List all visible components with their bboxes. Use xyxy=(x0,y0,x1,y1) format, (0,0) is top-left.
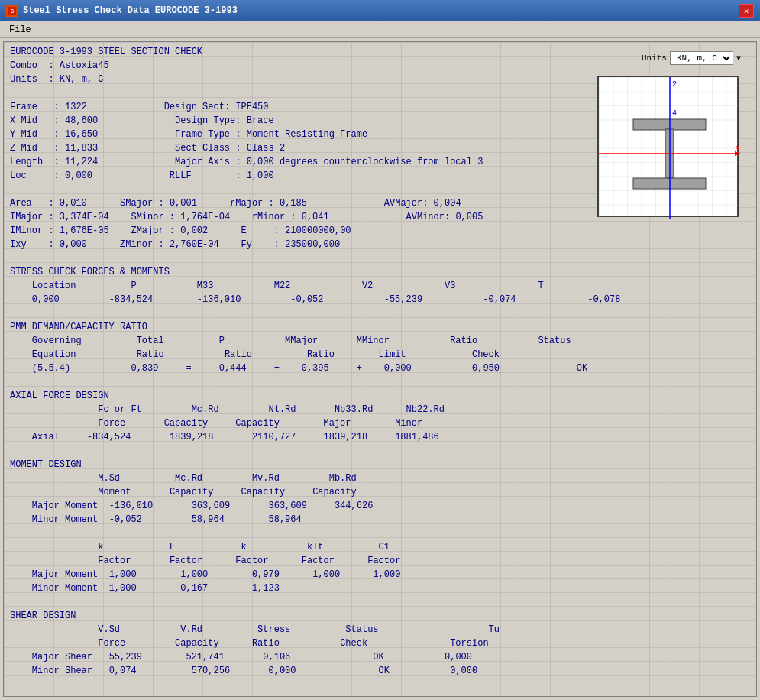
svg-text:3: 3 xyxy=(735,145,739,154)
close-button[interactable]: ✕ xyxy=(739,4,754,18)
pmm-section-title: PMM DEMAND/CAPACITY RATIO xyxy=(10,322,147,332)
units-line: Units : KN, m, C xyxy=(10,74,103,85)
window-title: Steel Stress Check Data EUROCODE 3-1993 xyxy=(23,5,734,16)
menu-file[interactable]: File xyxy=(3,23,37,37)
pmm-col-headers1: Governing Total P MMajor MMinor Ratio St… xyxy=(21,335,571,346)
moment-section-title: MOMENT DESIGN xyxy=(10,459,82,470)
frame-line: Frame : 1322 Design Sect: IPE450 xyxy=(10,102,269,112)
content-area: Units KN, m, C ▼ xyxy=(10,45,750,693)
ixy-line: Ixy : 0,000 ZMinor : 2,760E-04 Fy : 2350… xyxy=(10,239,340,250)
stress-data-row: 0,000 -834,524 -136,010 -0,052 -55,239 -… xyxy=(21,294,620,305)
major-moment-row: Major Moment -136,010 363,609 363,609 34… xyxy=(21,501,373,511)
axial-section-title: AXIAL FORCE DESIGN xyxy=(10,391,109,401)
pmm-data-row: (5.5.4) 0,839 = 0,444 + 0,395 + 0,000 0,… xyxy=(21,363,587,374)
units-control: Units KN, m, C ▼ xyxy=(642,51,741,65)
xmid-line: X Mid : 48,600 Design Type: Brace xyxy=(10,115,274,126)
moment-col-headers1: M.Sd Mc.Rd Mv.Rd Mb.Rd xyxy=(21,473,356,484)
loc-line: Loc : 0,000 RLLF : 1,000 xyxy=(10,170,274,181)
axial-data-row: Axial -834,524 1839,218 2110,727 1839,21… xyxy=(21,432,438,442)
eurocode-title: EUROCODE 3-1993 STEEL SECTION CHECK xyxy=(10,47,202,57)
major-factor-row: Major Moment 1,000 1,000 0,979 1,000 1,0… xyxy=(21,569,400,580)
units-label: Units xyxy=(642,53,667,63)
units-dropdown-icon[interactable]: ▼ xyxy=(736,54,741,63)
minor-shear-row: Minor Shear 0,074 570,256 0,000 OK 0,000 xyxy=(21,666,477,676)
stress-col-headers: Location P M33 M22 V2 V3 T xyxy=(21,280,543,291)
svg-text:4: 4 xyxy=(672,109,677,118)
data-panel: Units KN, m, C ▼ xyxy=(3,41,757,697)
app-icon: S xyxy=(6,5,18,17)
svg-text:2: 2 xyxy=(672,80,677,89)
length-line: Length : 11,224 Major Axis : 0,000 degre… xyxy=(10,157,483,167)
shear-col-headers1: V.Sd V.Rd Stress Status Tu xyxy=(21,624,500,635)
axial-col-headers2: Force Capacity Capacity Major Minor xyxy=(21,418,422,429)
moment-factor-headers2: Factor Factor Factor Factor Factor xyxy=(21,556,400,566)
main-content: Units KN, m, C ▼ xyxy=(0,38,760,700)
minor-factor-row: Minor Moment 1,000 0,167 1,123 xyxy=(21,583,280,594)
shear-section-title: SHEAR DESIGN xyxy=(10,611,76,621)
ymid-line: Y Mid : 16,650 Frame Type : Moment Resis… xyxy=(10,129,367,140)
iminor-line: IMinor : 1,676E-05 ZMajor : 0,002 E : 21… xyxy=(10,225,351,236)
shear-col-headers2: Force Capacity Ratio Check Torsion xyxy=(21,638,488,649)
menu-bar: File xyxy=(0,21,760,38)
zmid-line: Z Mid : 11,833 Sect Class : Class 2 xyxy=(10,143,285,154)
combo-line: Combo : Astoxia45 xyxy=(10,60,109,71)
major-shear-row: Major Shear 55,239 521,741 0,106 OK 0,00… xyxy=(21,652,472,663)
moment-factor-headers1: k L k klt C1 xyxy=(21,542,390,553)
pmm-col-headers2: Equation Ratio Ratio Ratio Limit Check xyxy=(21,349,500,360)
imajor-line: IMajor : 3,374E-04 SMinor : 1,764E-04 rM… xyxy=(10,212,483,222)
minor-moment-row: Minor Moment -0,052 58,964 58,964 xyxy=(21,514,301,525)
units-select[interactable]: KN, m, C xyxy=(670,51,733,65)
title-bar: S Steel Stress Check Data EUROCODE 3-199… xyxy=(0,0,760,21)
area-line: Area : 0,010 SMajor : 0,001 rMajor : 0,1… xyxy=(10,198,461,209)
axial-col-headers1: Fc or Ft Mc.Rd Nt.Rd Nb33.Rd Nb22.Rd xyxy=(21,404,445,415)
svg-text:S: S xyxy=(11,8,15,15)
moment-col-headers2: Moment Capacity Capacity Capacity xyxy=(21,487,356,497)
cross-section-viewer: 3 2 4 xyxy=(597,76,739,217)
stress-section-title: STRESS CHECK FORCES & MOMENTS xyxy=(10,267,170,277)
